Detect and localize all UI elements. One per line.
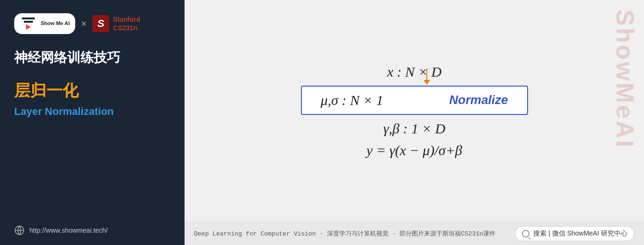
normalize-label: Normalize [449, 93, 508, 107]
stanford-label: Stanford CS231n [113, 15, 141, 32]
math-block: x : N × D μ,σ : N × 1 Normalize γ,β : 1 … [213, 64, 616, 158]
footer-description: Deep Learning for Computer Vision · 深度学习… [194, 229, 495, 238]
stanford-letter: S [92, 15, 109, 32]
showmeai-badge: Show Me AI [14, 13, 75, 34]
website-icon [14, 225, 25, 236]
website-area: http://www.showmeai.tech/ [14, 216, 170, 236]
search-box[interactable]: 搜索 | 微信 ShowMeAI 研究中心 [515, 226, 635, 241]
arrow-down [423, 69, 430, 85]
showmeai-logo-icon [20, 17, 37, 30]
math-line-3: γ,β : 1 × D [383, 121, 445, 137]
content-area: ShowMeAI x : N × D μ,σ : N × 1 Normalize… [185, 0, 644, 222]
subtitle-cn: 层归一化 [14, 80, 170, 102]
search-icon [522, 230, 529, 237]
main-title: 神经网络训练技巧 [14, 48, 170, 67]
highlighted-box: μ,σ : N × 1 Normalize [301, 86, 528, 115]
math-line-2: μ,σ : N × 1 [321, 92, 384, 108]
stanford-name: Stanford [113, 15, 141, 24]
stanford-badge: S Stanford CS231n [92, 15, 141, 32]
subtitle-en: Layer Normalization [14, 105, 170, 118]
left-panel: Show Me AI × S Stanford CS231n 神经网络训练技巧 … [0, 0, 185, 245]
website-url[interactable]: http://www.showmeai.tech/ [29, 227, 108, 234]
arrow-head [423, 80, 430, 85]
footer: Deep Learning for Computer Vision · 深度学习… [185, 222, 644, 245]
showmeai-label: Show Me AI [41, 20, 70, 26]
math-line-1: x : N × D [387, 64, 441, 80]
stanford-course: CS231n [113, 24, 141, 32]
arrow-shaft [426, 69, 427, 80]
math-line-4: y = γ(x − μ)/σ+β [366, 142, 462, 158]
search-label: 搜索 | 微信 ShowMeAI 研究中心 [533, 229, 627, 238]
right-panel: ShowMeAI x : N × D μ,σ : N × 1 Normalize… [185, 0, 644, 245]
cross-icon: × [81, 18, 87, 29]
logo-area: Show Me AI × S Stanford CS231n [14, 13, 170, 34]
